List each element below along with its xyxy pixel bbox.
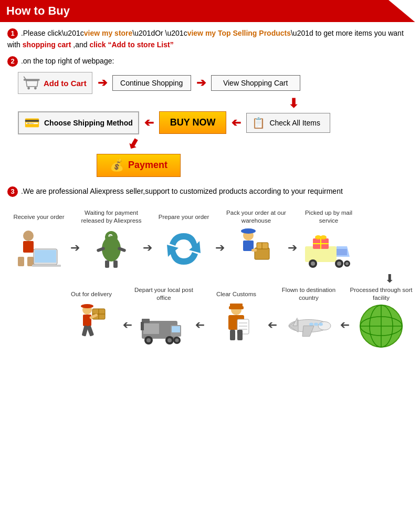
step1-text-part2: \u201dOr \u201c	[132, 29, 187, 37]
flight-icon	[282, 304, 335, 348]
svg-point-68	[146, 338, 151, 342]
svg-point-34	[345, 262, 349, 265]
add-to-cart-label: Add to Cart	[44, 79, 87, 88]
arrow3-icon: ➔	[144, 116, 154, 130]
svg-point-49	[314, 323, 318, 326]
proc-down-icon: ⬇	[385, 272, 394, 286]
proc-arrow3: ➔	[215, 242, 225, 254]
step1-text: 1 .Please click\u201cview my store\u201d…	[7, 27, 413, 51]
buy-now-label: BUY NOW	[170, 117, 216, 128]
svg-point-32	[337, 262, 341, 266]
prepare-icon	[163, 226, 205, 271]
svg-rect-28	[337, 249, 347, 255]
proc-arrow-b2: ➔	[268, 319, 277, 331]
view-top-selling-link[interactable]: view my Top Selling Products	[187, 29, 291, 37]
svg-rect-62	[237, 330, 243, 340]
process-item-pickup: Picked up by mail service	[297, 210, 360, 271]
main-content: 1 .Please click\u201cview my store\u201d…	[0, 22, 420, 359]
process-item-depart: Depart your local post office	[132, 287, 195, 348]
svg-rect-83	[87, 326, 94, 337]
payment-label: Payment	[128, 160, 167, 171]
arrow-down-icon: ⬇	[288, 96, 299, 111]
buy-now-button[interactable]: BUY NOW	[159, 111, 227, 134]
svg-point-3	[34, 87, 37, 90]
svg-point-30	[311, 262, 315, 266]
continue-shopping-box: Continue Shopping	[112, 75, 191, 91]
checklist-icon: 📋	[252, 117, 265, 129]
process-item-customs: Clear Customs	[205, 287, 268, 348]
proc-arrow-b1: ➔	[340, 319, 350, 331]
view-my-store-link[interactable]: view my store	[84, 29, 133, 37]
svg-point-21	[241, 228, 256, 234]
process-item-receive: Receive your order	[7, 210, 70, 271]
process-item-prepare: Prepare your order	[152, 210, 215, 271]
svg-point-39	[320, 235, 327, 239]
payment-wait-label: Waiting for payment released by Aliexpre…	[80, 210, 143, 224]
step1-text-part1: .Please click\u201c	[21, 29, 84, 37]
svg-point-70	[167, 338, 172, 342]
process-top-row: Receive your order ➔	[7, 210, 413, 271]
svg-point-2	[27, 87, 30, 90]
payment-wait-icon: $	[90, 226, 132, 271]
step2-label: .on the top right of webpage:	[21, 57, 114, 65]
svg-point-48	[309, 323, 313, 326]
prepare-label: Prepare your order	[159, 210, 209, 224]
process-item-flight: Flown to destination country	[277, 287, 340, 348]
svg-rect-64	[143, 323, 159, 334]
page-title: How to Buy	[6, 4, 70, 18]
choose-shipping-label: Choose Shipping Method	[44, 119, 133, 127]
svg-rect-6	[23, 241, 34, 253]
svg-point-5	[23, 231, 34, 241]
depart-label: Depart your local post office	[132, 287, 195, 301]
svg-point-76	[81, 304, 93, 308]
svg-rect-74	[141, 322, 144, 330]
proc-arrow4: ➔	[288, 242, 297, 254]
proc-arrow1: ➔	[70, 242, 80, 254]
process-bottom-row: Processed through sort facility ➔ Flown …	[7, 287, 413, 348]
process-item-pack: Pack your order at our warehouse	[225, 210, 288, 271]
shopping-cart-highlight: shopping cart	[23, 40, 71, 49]
choose-shipping-box: 💳 Choose Shipping Method	[18, 111, 139, 134]
step3-text: 3 .We are professional Aliexpress seller…	[7, 185, 413, 197]
svg-rect-7	[18, 257, 24, 266]
add-to-cart-box: Add to Cart	[18, 72, 92, 94]
check-items-label: Check All Items	[269, 119, 320, 127]
customs-icon	[215, 304, 257, 348]
payment-column: ⬇ 💰 Payment	[70, 137, 181, 177]
step3-number: 3	[7, 186, 18, 197]
process-item-sort: Processed through sort facility	[350, 287, 413, 348]
delivery-icon	[70, 304, 112, 348]
process-item-delivery: Out for delivery	[60, 287, 123, 348]
svg-rect-55	[230, 304, 243, 307]
proc-down-arrow: ⬇	[7, 272, 394, 286]
svg-point-72	[175, 338, 178, 342]
arrow2-icon: ➔	[196, 76, 206, 90]
pickup-icon	[302, 226, 355, 271]
check-items-box: 📋 Check All Items	[246, 113, 330, 133]
credit-card-icon: 💳	[24, 116, 40, 130]
flow-diagram: Add to Cart ➔ Continue Shopping ➔ View S…	[18, 72, 413, 177]
svg-rect-23	[257, 243, 268, 249]
receive-icon	[15, 226, 62, 271]
receive-label: Receive your order	[13, 210, 64, 224]
flight-label: Flown to destination country	[277, 287, 340, 301]
step2-number: 2	[7, 56, 18, 67]
proc-arrow2: ➔	[143, 242, 152, 254]
down-arrow-container: ⬇	[18, 96, 343, 111]
customs-label: Clear Customs	[216, 287, 256, 301]
svg-rect-77	[83, 315, 91, 326]
svg-rect-11	[32, 265, 61, 267]
delivery-label: Out for delivery	[71, 287, 112, 301]
svg-rect-15	[105, 260, 109, 268]
sort-icon	[358, 304, 405, 348]
page-header: How to Buy	[0, 0, 420, 22]
diag-arrow-icon: ⬇	[124, 135, 143, 155]
view-cart-box: View Shopping Cart	[211, 75, 300, 91]
payment-box: 💰 Payment	[97, 154, 181, 177]
svg-rect-61	[230, 330, 235, 340]
arrow4-icon: ➔	[232, 116, 241, 130]
svg-rect-66	[172, 326, 180, 332]
svg-point-50	[319, 323, 323, 326]
arrow1-icon: ➔	[98, 76, 107, 90]
pack-label: Pack your order at our warehouse	[225, 210, 288, 224]
